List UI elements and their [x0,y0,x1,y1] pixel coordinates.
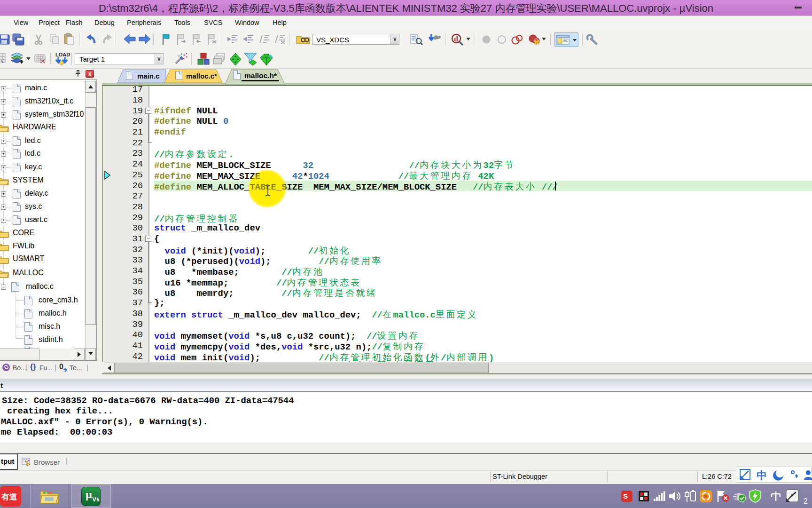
svg-text:LOAD: LOAD [55,52,70,57]
svg-text:d: d [454,35,458,43]
